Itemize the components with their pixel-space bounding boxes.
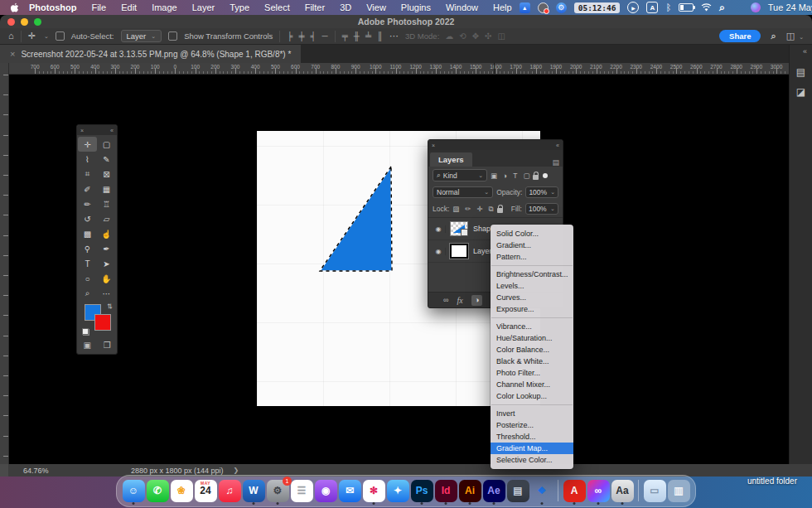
- layer-thumbnail[interactable]: [450, 244, 468, 259]
- menubar-app-icon[interactable]: ▲: [520, 2, 530, 13]
- collapse-panels-icon[interactable]: «: [803, 47, 807, 56]
- menubar-item[interactable]: View: [359, 2, 394, 12]
- menu-item-invert[interactable]: Invert: [491, 408, 573, 419]
- dock-image-viewer[interactable]: ▤: [506, 479, 529, 502]
- filter-type-icon[interactable]: ◑: [503, 172, 507, 180]
- spotlight-icon[interactable]: ⌕: [719, 2, 725, 13]
- lasso-tool[interactable]: ⌇: [78, 152, 97, 167]
- more-tools[interactable]: ⋯: [97, 286, 116, 301]
- menubar-item[interactable]: Edit: [114, 2, 144, 12]
- bluetooth-icon[interactable]: ᛒ: [665, 2, 671, 12]
- fill-field[interactable]: 100% ⌄: [525, 203, 558, 215]
- distribute-icon[interactable]: ║: [377, 31, 383, 41]
- align-icon[interactable]: ─: [322, 31, 328, 41]
- menubar-item[interactable]: 3D: [332, 2, 359, 12]
- menubar-item[interactable]: Select: [257, 2, 297, 12]
- new-adjustment-layer-button[interactable]: ◑: [471, 295, 482, 306]
- clone-stamp-tool[interactable]: ♖: [97, 196, 116, 211]
- screen-recording-icon[interactable]: [538, 2, 549, 13]
- menu-item-levels[interactable]: Levels...: [491, 280, 573, 292]
- brush-tool[interactable]: ✏: [78, 196, 97, 211]
- pen-tool[interactable]: ✒: [97, 241, 116, 256]
- default-colors-icon[interactable]: [82, 328, 89, 336]
- menu-item-hue-saturation[interactable]: Hue/Saturation...: [491, 332, 573, 344]
- keyboard-layout-icon[interactable]: A: [646, 2, 658, 13]
- menubar-item[interactable]: Window: [438, 2, 486, 12]
- menu-item-color-balance[interactable]: Color Balance...: [491, 344, 573, 356]
- distribute-icon[interactable]: ╧: [365, 31, 371, 41]
- horizontal-ruler[interactable]: 7006005004003002001000100200300400500600…: [9, 63, 789, 75]
- link-layers-icon[interactable]: ∞: [443, 296, 448, 304]
- dock-photos[interactable]: ❀: [170, 479, 193, 502]
- menubar-item[interactable]: Layer: [185, 2, 223, 12]
- dock-messages[interactable]: ✆: [146, 479, 169, 502]
- desktop-folder-label[interactable]: untitled folder: [747, 477, 797, 486]
- menubar-item[interactable]: Photoshop: [22, 2, 84, 12]
- ellipse-tool[interactable]: ○: [78, 271, 97, 286]
- menu-item-solid-color[interactable]: Solid Color...: [491, 228, 573, 239]
- eyedropper-tool[interactable]: ✐: [78, 181, 97, 196]
- collapse-panel-icon[interactable]: «: [110, 128, 114, 133]
- layers-tab[interactable]: Layers: [430, 152, 472, 167]
- lock-option-icon[interactable]: ✏: [465, 205, 471, 213]
- menu-item-curves[interactable]: Curves...: [491, 292, 573, 303]
- status-chevron-icon[interactable]: ❯: [234, 467, 239, 474]
- menu-item-gradient-map[interactable]: Gradient Map...: [491, 443, 573, 454]
- menubar-item[interactable]: Image: [144, 2, 185, 12]
- menu-item-pattern[interactable]: Pattern...: [491, 251, 573, 263]
- lock-option-icon[interactable]: ▨: [452, 205, 459, 213]
- apple-menu-icon[interactable]: [7, 2, 22, 13]
- menu-item-vibrance[interactable]: Vibrance...: [491, 321, 573, 332]
- workspace-icon[interactable]: ◫ ⌄: [786, 31, 804, 41]
- menu-item-color-lookup[interactable]: Color Lookup...: [491, 390, 573, 402]
- panel-icon[interactable]: ▤: [796, 66, 805, 78]
- menubar-item[interactable]: Type: [222, 2, 257, 12]
- kind-filter-dropdown[interactable]: ⌕ Kind ⌄: [433, 169, 487, 181]
- zoom-level-field[interactable]: 64.76%: [23, 467, 81, 475]
- dock-settings[interactable]: ⚙ 1: [266, 479, 289, 502]
- timer-badge[interactable]: 05:12:46: [574, 2, 621, 13]
- share-button[interactable]: Share: [719, 30, 761, 42]
- filter-type-icon[interactable]: ▣: [491, 172, 497, 180]
- quick-mask-button[interactable]: ▣: [83, 341, 90, 350]
- quick-selection-tool[interactable]: ✎: [97, 152, 116, 167]
- layer-style-fx-icon[interactable]: fx: [457, 296, 462, 305]
- menubar-item[interactable]: File: [84, 2, 114, 12]
- search-icon[interactable]: ⌕: [771, 31, 776, 41]
- dock-minimized-window[interactable]: ▭: [643, 479, 666, 502]
- dock-trash[interactable]: ▥: [667, 479, 690, 502]
- path-selection-tool[interactable]: ➤: [97, 256, 116, 271]
- canvas-viewport[interactable]: [9, 75, 789, 464]
- dock-slack[interactable]: ✻: [362, 479, 385, 502]
- close-panel-icon[interactable]: ×: [432, 143, 435, 148]
- auto-select-checkbox[interactable]: [56, 31, 65, 41]
- move-tool[interactable]: ✛: [78, 137, 97, 152]
- opacity-field[interactable]: 100% ⌄: [525, 186, 558, 198]
- menubar-clock[interactable]: Tue 24 May 4:57 PM: [768, 2, 812, 12]
- menu-item-channel-mixer[interactable]: Channel Mixer...: [491, 379, 573, 390]
- background-color-swatch[interactable]: [94, 314, 111, 331]
- distribute-icon[interactable]: ╫: [354, 31, 360, 41]
- crop-tool[interactable]: ⌗: [78, 167, 97, 181]
- auto-select-dropdown[interactable]: Layer ⌄: [121, 30, 162, 42]
- marquee-tool[interactable]: ▢: [97, 137, 116, 152]
- gradient-tool[interactable]: ▩: [78, 226, 97, 241]
- control-center-icon[interactable]: [732, 4, 743, 12]
- panel-menu-icon[interactable]: ▤: [552, 158, 559, 167]
- dock-creative-cloud[interactable]: ∞: [587, 479, 610, 502]
- filter-type-icon[interactable]: T: [513, 172, 517, 180]
- align-icon[interactable]: ╡: [311, 31, 317, 41]
- close-tab-icon[interactable]: ×: [10, 49, 15, 59]
- distribute-icon[interactable]: ╤: [342, 31, 348, 41]
- align-icon[interactable]: ╪: [298, 31, 304, 41]
- eraser-tool[interactable]: ▱: [97, 211, 116, 226]
- menubar-item[interactable]: Help: [486, 2, 520, 12]
- dock-music[interactable]: ♫: [218, 479, 241, 502]
- panel-icon[interactable]: ◪: [796, 86, 805, 98]
- lock-option-icon[interactable]: ✛: [476, 205, 482, 213]
- dock-illustrator[interactable]: Ai: [458, 479, 481, 502]
- close-panel-icon[interactable]: ×: [80, 128, 84, 133]
- vertical-ruler[interactable]: [0, 75, 9, 464]
- blend-mode-dropdown[interactable]: Normal ⌄: [433, 186, 493, 198]
- wifi-icon[interactable]: [701, 3, 712, 12]
